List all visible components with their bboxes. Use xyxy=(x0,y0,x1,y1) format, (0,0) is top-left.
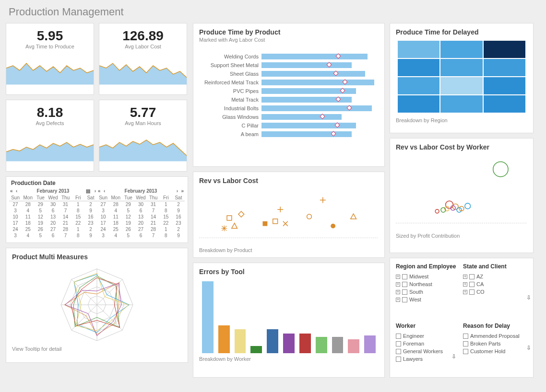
heatmap-cell[interactable] xyxy=(398,41,439,58)
filter-item[interactable]: Customer Hold xyxy=(463,347,525,355)
calendar-day[interactable]: 7 xyxy=(147,208,160,214)
expand-icon[interactable]: + xyxy=(463,290,467,294)
calendar-day[interactable]: 4 xyxy=(22,232,34,239)
error-bar[interactable] xyxy=(348,339,359,353)
calendar-day[interactable]: 6 xyxy=(134,232,147,239)
calendar-day[interactable]: 22 xyxy=(160,220,172,226)
calendar-day[interactable]: 21 xyxy=(59,220,72,226)
heatmap-cell[interactable] xyxy=(440,59,482,76)
calendar-day[interactable]: 3 xyxy=(97,208,109,214)
calendar-day[interactable]: 30 xyxy=(47,201,59,208)
calendar-day[interactable]: 28 xyxy=(147,226,160,232)
calendar-prev[interactable]: ‹ xyxy=(16,188,17,194)
calendar-day[interactable]: 1 xyxy=(72,226,84,232)
calendar-day[interactable]: 26 xyxy=(122,226,134,232)
calendar-day[interactable]: 26 xyxy=(34,226,47,232)
heatmap-cell[interactable] xyxy=(398,59,439,76)
expand-icon[interactable]: + xyxy=(396,290,400,294)
calendar-day[interactable]: 3 xyxy=(97,232,109,239)
expand-icon[interactable]: + xyxy=(396,282,400,287)
hbar-row[interactable]: Industrial Bolts xyxy=(199,104,379,113)
calendar-day[interactable]: 6 xyxy=(134,208,147,214)
calendar-day[interactable]: 28 xyxy=(59,226,72,232)
calendar-day[interactable]: 19 xyxy=(34,220,47,226)
calendar-day[interactable]: 23 xyxy=(84,220,97,226)
filter-item[interactable]: +CA xyxy=(463,280,525,288)
calendar-day[interactable]: 4 xyxy=(109,208,122,214)
hbar-row[interactable]: Glass Windows xyxy=(199,113,379,121)
rev-vs-labor-scatter[interactable] xyxy=(199,185,379,243)
expand-icon[interactable]: + xyxy=(463,275,467,279)
radar-chart[interactable] xyxy=(35,262,159,343)
checkbox-icon[interactable] xyxy=(396,334,401,339)
calendar-day[interactable]: 23 xyxy=(172,220,185,226)
filter-item[interactable]: +AZ xyxy=(463,273,525,280)
filter-item[interactable]: +Northeast xyxy=(396,280,458,288)
calendar-day[interactable]: 2 xyxy=(172,226,185,232)
heatmap-cell[interactable] xyxy=(440,77,482,94)
calendar-day[interactable]: 25 xyxy=(109,226,122,232)
scroll-down-icon[interactable]: ⇩ xyxy=(451,353,456,360)
calendar-day[interactable]: 10 xyxy=(9,214,22,220)
calendar-day[interactable]: 11 xyxy=(22,214,34,220)
calendar-day[interactable]: 20 xyxy=(134,220,147,226)
calendar-day[interactable]: 7 xyxy=(59,208,72,214)
filter-item[interactable]: +CO xyxy=(463,288,525,296)
checkbox-icon[interactable] xyxy=(402,274,407,279)
hbar-row[interactable]: C Pillar xyxy=(199,121,379,130)
calendar-day[interactable]: 8 xyxy=(72,232,84,239)
hbar-row[interactable]: Sheet Glass xyxy=(199,69,379,78)
expand-icon[interactable]: + xyxy=(396,298,400,302)
checkbox-icon[interactable] xyxy=(469,282,475,287)
heatmap-cell[interactable] xyxy=(440,95,482,113)
expand-icon[interactable]: + xyxy=(463,282,467,287)
calendar-day[interactable]: 3 xyxy=(9,232,22,239)
calendar-day[interactable]: 27 xyxy=(97,201,109,208)
calendar-day[interactable]: 5 xyxy=(122,232,134,239)
calendar-day[interactable]: 6 xyxy=(47,208,59,214)
calendar-day[interactable]: 9 xyxy=(172,208,185,214)
filter-item[interactable]: Lawyers xyxy=(396,355,458,363)
checkbox-icon[interactable] xyxy=(396,341,401,346)
kpi-card[interactable]: 5.95Avg Time to Produce xyxy=(6,23,94,95)
calendar-day[interactable]: 29 xyxy=(34,201,47,208)
calendar-day[interactable]: 2 xyxy=(84,226,97,232)
production-date-picker[interactable]: Production Date « ‹ February 2013 ▤ › Su… xyxy=(6,176,188,243)
filter-item[interactable]: Foreman xyxy=(396,340,458,347)
calendar-day[interactable]: 31 xyxy=(59,201,72,208)
calendar-left[interactable]: SunMonTueWedThuFriSat2728293031123456789… xyxy=(9,195,97,239)
filter-item[interactable]: Ammended Proposal xyxy=(463,332,525,340)
calendar-day[interactable]: 11 xyxy=(109,214,122,220)
heatmap-cell[interactable] xyxy=(484,41,525,58)
calendar-day[interactable]: 28 xyxy=(22,201,34,208)
calendar-day[interactable]: 20 xyxy=(47,220,59,226)
calendar-range-icon[interactable]: ▤ xyxy=(86,188,90,194)
heatmap-cell[interactable] xyxy=(398,77,439,94)
calendar-next-2[interactable]: » xyxy=(181,188,184,194)
calendar-day[interactable]: 30 xyxy=(134,201,147,208)
checkbox-icon[interactable] xyxy=(463,334,468,339)
calendar-day[interactable]: 21 xyxy=(147,220,160,226)
hbar-row[interactable]: Metal Track xyxy=(199,95,379,104)
checkbox-icon[interactable] xyxy=(396,357,401,362)
error-bar[interactable] xyxy=(283,334,295,353)
filter-item[interactable]: +South xyxy=(396,288,458,296)
heatmap-cell[interactable] xyxy=(398,95,439,113)
error-bar[interactable] xyxy=(235,329,246,353)
calendar-day[interactable]: 7 xyxy=(147,232,160,239)
heatmap-cell[interactable] xyxy=(440,41,482,58)
errors-bar-chart[interactable] xyxy=(199,277,379,353)
calendar-day[interactable]: 18 xyxy=(22,220,34,226)
calendar-prev-2[interactable]: « xyxy=(98,188,101,194)
calendar-day[interactable]: 27 xyxy=(47,226,59,232)
calendar-day[interactable]: 1 xyxy=(160,226,172,232)
calendar-day[interactable]: 13 xyxy=(134,214,147,220)
checkbox-icon[interactable] xyxy=(463,341,468,346)
calendar-day[interactable]: 8 xyxy=(72,208,84,214)
heatmap-cell[interactable] xyxy=(484,95,525,113)
calendar-day[interactable]: 27 xyxy=(9,201,22,208)
bubble-point[interactable] xyxy=(493,162,508,177)
calendar-day[interactable]: 19 xyxy=(122,220,134,226)
calendar-next[interactable]: › xyxy=(95,188,96,194)
calendar-day[interactable]: 31 xyxy=(147,201,160,208)
